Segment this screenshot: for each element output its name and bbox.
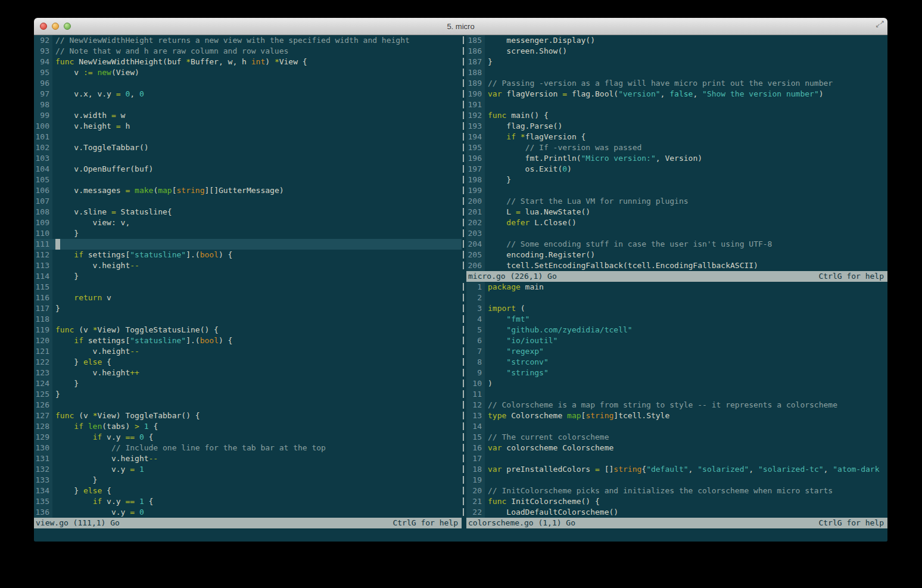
code-line[interactable]: 111 [34,239,462,250]
code-line[interactable]: 110 } [34,228,462,239]
code-line[interactable]: 121 v.height-- [34,346,462,357]
code-line[interactable]: 98 [34,99,462,110]
code-line[interactable]: 198 } [466,175,887,185]
code-line[interactable]: 108 v.sline = Statusline{ [34,207,462,217]
code-line[interactable]: 124 } [34,378,462,389]
code-area-colorscheme-go[interactable]: 1package main23import (4 "fmt"5 "github.… [466,282,887,518]
code-line[interactable]: 13type Colorscheme map[string]tcell.Styl… [466,410,887,421]
close-button[interactable] [40,23,47,30]
code-line[interactable]: 122 } else { [34,357,462,368]
code-line[interactable]: 120 if settings["statusline"].(bool) { [34,335,462,346]
code-line[interactable]: 11 [466,389,887,400]
code-line[interactable]: 96 [34,78,462,89]
code-line[interactable]: 3import ( [466,303,887,314]
code-line[interactable]: 127func (v *View) ToggleTabbar() { [34,410,462,421]
code-line[interactable]: 2 [466,293,887,303]
code-line[interactable]: 22 LoadDefaultColorscheme() [466,507,887,518]
code-line[interactable]: 123 v.height++ [34,368,462,378]
code-line[interactable]: 189// Passing -version as a flag will ha… [466,78,887,89]
code-line[interactable]: 133 } [34,475,462,486]
code-line[interactable]: 105 [34,175,462,185]
minimize-button[interactable] [52,23,59,30]
code-text: var flagVersion = flag.Bool("version", f… [485,89,887,99]
code-line[interactable]: 203 [466,228,887,239]
code-line[interactable]: 128 if len(tabs) > 1 { [34,421,462,432]
code-line[interactable]: 201 L = lua.NewState() [466,207,887,217]
code-line[interactable]: 136 v.y = 0 [34,507,462,518]
code-line[interactable]: 197 os.Exit(0) [466,164,887,175]
code-line[interactable]: 119func (v *View) ToggleStatusLine() { [34,325,462,335]
code-line[interactable]: 10) [466,378,887,389]
code-line[interactable]: 12// Colorscheme is a map from string to… [466,400,887,410]
code-line[interactable]: 16var colorscheme Colorscheme [466,443,887,453]
fullscreen-arrows-icon[interactable]: ↗ ↙ [876,20,884,29]
code-line[interactable]: 130 // Include one line for the tab bar … [34,443,462,453]
code-line[interactable]: 117} [34,303,462,314]
code-line[interactable]: 114 } [34,271,462,282]
code-line[interactable]: 131 v.height-- [34,453,462,464]
code-line[interactable]: 93// Note that w and h are raw column an… [34,46,462,57]
code-line[interactable]: 116 return v [34,293,462,303]
code-line[interactable]: 5 "github.com/zyedidia/tcell" [466,325,887,335]
code-line[interactable]: 92// NewViewWidthHeight returns a new vi… [34,35,462,46]
code-line[interactable]: 191 [466,99,887,110]
code-line[interactable]: 1package main [466,282,887,293]
code-line[interactable]: 100 v.height = h [34,121,462,132]
title-bar[interactable]: 5. micro ↗ ↙ [34,18,887,35]
code-line[interactable]: 196 fmt.Println("Micro version:", Versio… [466,153,887,164]
code-line[interactable]: 17 [466,453,887,464]
code-line[interactable]: 102 v.ToggleTabbar() [34,142,462,153]
code-line[interactable]: 202 defer L.Close() [466,217,887,228]
code-area-micro-go[interactable]: 185 messenger.Display()186 screen.Show()… [466,35,887,271]
code-line[interactable]: 199 [466,185,887,196]
code-line[interactable]: 205 encoding.Register() [466,250,887,260]
code-text [52,196,462,207]
code-line[interactable]: 8 "strconv" [466,357,887,368]
code-line[interactable]: 194 if *flagVersion { [466,132,887,142]
code-line[interactable]: 20// InitColorscheme picks and initializ… [466,486,887,496]
code-line[interactable]: 112 if settings["statusline"].(bool) { [34,250,462,260]
code-line[interactable]: 193 flag.Parse() [466,121,887,132]
code-line[interactable]: 129 if v.y == 0 { [34,432,462,443]
code-line[interactable]: 115 [34,282,462,293]
code-line[interactable]: 6 "io/ioutil" [466,335,887,346]
code-line[interactable]: 21func InitColorscheme() { [466,496,887,507]
code-line[interactable]: 190var flagVersion = flag.Bool("version"… [466,89,887,99]
code-line[interactable]: 107 [34,196,462,207]
code-line[interactable]: 101 [34,132,462,142]
code-line[interactable]: 104 v.OpenBuffer(buf) [34,164,462,175]
code-line[interactable]: 95 v := new(View) [34,67,462,78]
code-line[interactable]: 106 v.messages = make(map[string][]Gutte… [34,185,462,196]
code-line[interactable]: 4 "fmt" [466,314,887,325]
code-line[interactable]: 7 "regexp" [466,346,887,357]
code-line[interactable]: 187} [466,57,887,67]
code-line[interactable]: 186 screen.Show() [466,46,887,57]
code-line[interactable]: 19 [466,475,887,486]
code-line[interactable]: 18var preInstalledColors = []string{"def… [466,464,887,475]
code-line[interactable]: 99 v.width = w [34,110,462,121]
code-line[interactable]: 14 [466,421,887,432]
code-line[interactable]: 15// The current colorscheme [466,432,887,443]
code-line[interactable]: 192func main() { [466,110,887,121]
code-line[interactable]: 204 // Some encoding stuff in case the u… [466,239,887,250]
code-line[interactable]: 135 if v.y == 1 { [34,496,462,507]
code-line[interactable]: 206 tcell.SetEncodingFallback(tcell.Enco… [466,260,887,271]
code-line[interactable]: 97 v.x, v.y = 0, 0 [34,89,462,99]
code-line[interactable]: 94func NewViewWidthHeight(buf *Buffer, w… [34,57,462,67]
zoom-button[interactable] [64,23,71,30]
code-line[interactable]: 109 view: v, [34,217,462,228]
command-line[interactable] [34,528,887,542]
code-line[interactable]: 134 } else { [34,486,462,496]
code-line[interactable]: 103 [34,153,462,164]
code-line[interactable]: 9 "strings" [466,368,887,378]
code-area-view-go[interactable]: 92// NewViewWidthHeight returns a new vi… [34,35,462,518]
code-line[interactable]: 132 v.y = 1 [34,464,462,475]
code-line[interactable]: 185 messenger.Display() [466,35,887,46]
code-line[interactable]: 125} [34,389,462,400]
code-line[interactable]: 200 // Start the Lua VM for running plug… [466,196,887,207]
code-line[interactable]: 188 [466,67,887,78]
code-line[interactable]: 195 // If -version was passed [466,142,887,153]
code-line[interactable]: 113 v.height-- [34,260,462,271]
code-line[interactable]: 118 [34,314,462,325]
code-line[interactable]: 126 [34,400,462,410]
